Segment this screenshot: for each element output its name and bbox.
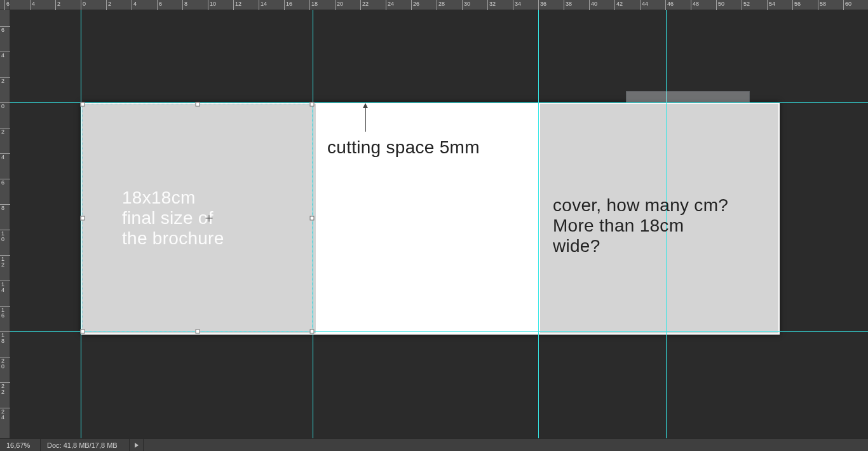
h-ruler-tick [589, 0, 590, 10]
h-ruler-tick [284, 0, 285, 10]
selection-handle-bl[interactable] [81, 330, 85, 334]
horizontal-guide[interactable] [10, 102, 868, 103]
h-ruler-tick [564, 0, 564, 10]
selection-handle-br[interactable] [310, 330, 315, 334]
horizontal-ruler[interactable] [10, 0, 868, 10]
v-ruler-tick [0, 357, 10, 357]
annotation-line: More than 18cm [553, 216, 728, 236]
cutting-space-arrow-icon [365, 104, 366, 132]
v-ruler-tick [0, 306, 10, 307]
selection-handle-tl[interactable] [81, 102, 85, 107]
h-ruler-tick [233, 0, 234, 10]
annotation-line: cutting space 5mm [327, 137, 480, 158]
h-ruler-tick [157, 0, 158, 10]
h-ruler-tick [4, 0, 5, 10]
vertical-guide[interactable] [313, 10, 313, 438]
h-ruler-tick [767, 0, 768, 10]
v-ruler-tick [0, 179, 10, 179]
play-triangle-icon [135, 443, 139, 448]
v-ruler-tick [0, 102, 10, 103]
vertical-ruler[interactable] [0, 10, 10, 438]
h-ruler-tick [309, 0, 310, 10]
canvas-workspace[interactable]: 18x18cm final size of the brochure cutti… [10, 10, 868, 438]
h-ruler-tick [843, 0, 844, 10]
h-ruler-tick [792, 0, 793, 10]
v-ruler-tick [0, 382, 10, 383]
v-ruler-tick [0, 331, 10, 332]
selection-handle-mr[interactable] [310, 216, 315, 220]
vertical-guide[interactable] [538, 10, 539, 438]
h-ruler-tick [742, 0, 742, 10]
h-ruler-tick [411, 0, 412, 10]
h-ruler-tick [538, 0, 539, 10]
selection-handle-tr[interactable] [310, 102, 315, 107]
h-ruler-tick [437, 0, 437, 10]
selection-handle-tm[interactable] [195, 102, 200, 107]
h-ruler-tick [614, 0, 615, 10]
v-ruler-tick [0, 26, 10, 27]
selection-handle-bm[interactable] [195, 330, 200, 334]
h-ruler-tick [513, 0, 513, 10]
h-ruler-tick [691, 0, 691, 10]
h-ruler-tick [640, 0, 641, 10]
v-ruler-tick [0, 153, 10, 154]
doc-size-readout: Doc: 41,8 MB/17,8 MB [41, 439, 130, 451]
h-ruler-tick [182, 0, 183, 10]
h-ruler-tick [665, 0, 666, 10]
zoom-level-field[interactable]: 16,67% [0, 439, 41, 451]
h-ruler-tick [208, 0, 208, 10]
annotation-line: cover, how many cm? [553, 195, 728, 216]
status-flyout-button[interactable] [130, 439, 144, 451]
v-ruler-tick [0, 52, 10, 52]
v-ruler-tick [0, 128, 10, 128]
h-ruler-tick [462, 0, 463, 10]
h-ruler-tick [30, 0, 31, 10]
h-ruler-tick [106, 0, 107, 10]
floating-hint-overlay [626, 91, 750, 102]
h-ruler-tick [81, 0, 81, 10]
selection-handle-ml[interactable] [81, 216, 85, 220]
v-ruler-tick [0, 77, 10, 78]
h-ruler-tick [132, 0, 132, 10]
v-ruler-tick [0, 281, 10, 281]
h-ruler-tick [55, 0, 56, 10]
center-annotation: cutting space 5mm [327, 137, 480, 158]
h-ruler-tick [335, 0, 336, 10]
v-ruler-tick [0, 255, 10, 256]
v-ruler-tick [0, 408, 10, 408]
status-bar: 16,67% Doc: 41,8 MB/17,8 MB [0, 438, 868, 451]
vertical-guide[interactable] [81, 10, 81, 438]
v-ruler-tick [0, 204, 10, 205]
h-ruler-tick [487, 0, 488, 10]
h-ruler-tick [716, 0, 717, 10]
h-ruler-tick [259, 0, 259, 10]
annotation-line: wide? [553, 236, 728, 256]
h-ruler-tick [360, 0, 361, 10]
right-panel-annotation: cover, how many cm? More than 18cm wide? [553, 195, 728, 257]
selection-bounding-box[interactable] [82, 104, 313, 332]
v-ruler-tick [0, 230, 10, 230]
selection-center-icon[interactable] [205, 214, 212, 221]
h-ruler-tick [818, 0, 818, 10]
h-ruler-tick [386, 0, 386, 10]
